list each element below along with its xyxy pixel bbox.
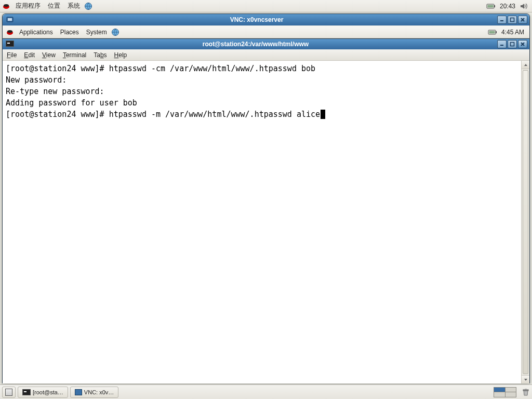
volume-icon[interactable] — [520, 2, 528, 10]
svg-rect-17 — [489, 31, 495, 33]
vnc-window: VNC: x0vncserver Applications Places Sys… — [2, 14, 530, 383]
svg-rect-7 — [8, 18, 12, 21]
terminal-window: root@station24:/var/www/html/www File Ed… — [3, 38, 529, 383]
terminal-app-icon — [6, 41, 14, 48]
terminal-titlebar[interactable]: root@station24:/var/www/html/www — [3, 39, 529, 49]
guest-top-panel: Applications Places System 4:45 AM — [3, 26, 529, 38]
menu-edit-label: dit — [28, 51, 35, 59]
menu-terminal-label: erminal — [66, 51, 86, 59]
vnc-close-button[interactable] — [518, 16, 527, 24]
terminal-scrollbar[interactable] — [521, 61, 529, 383]
taskbar-vnc-icon — [75, 389, 82, 395]
host-top-panel: 应用程序 位置 系统 20:43 — [0, 0, 532, 12]
workspace-1[interactable] — [494, 388, 505, 392]
svg-rect-5 — [487, 5, 493, 7]
host-bottom-panel: [root@sta… VNC: x0v… — [0, 384, 532, 399]
show-desktop-button[interactable] — [2, 387, 16, 398]
menu-tabs[interactable]: Tabs — [94, 51, 107, 59]
terminal-minimize-button[interactable] — [497, 40, 507, 48]
scroll-thumb[interactable] — [523, 70, 528, 374]
menu-view-label: iew — [46, 51, 56, 59]
menu-edit[interactable]: Edit — [24, 51, 35, 59]
redhat-icon[interactable] — [2, 2, 10, 10]
host-menu-applications[interactable]: 应用程序 — [12, 1, 44, 11]
menu-tabs-label: s — [104, 51, 107, 59]
workspace-2[interactable] — [506, 388, 516, 392]
vnc-minimize-button[interactable] — [497, 16, 507, 24]
menu-terminal[interactable]: Terminal — [63, 51, 86, 59]
menu-file-label: ile — [10, 51, 17, 59]
terminal-title-text: root@station24:/var/www/html/www — [14, 41, 497, 48]
workspace-4[interactable] — [506, 392, 516, 397]
svg-rect-4 — [494, 5, 495, 7]
guest-menu-applications[interactable]: Applications — [16, 28, 56, 37]
vnc-app-icon — [6, 16, 14, 24]
svg-rect-23 — [525, 389, 527, 390]
host-menu-system[interactable]: 系统 — [64, 1, 83, 11]
taskbar-entry-vnc-label: VNC: x0v… — [84, 389, 114, 395]
svg-point-13 — [7, 30, 12, 33]
menu-file[interactable]: File — [7, 51, 17, 59]
scroll-down-button[interactable] — [522, 375, 529, 383]
menu-help[interactable]: Help — [114, 51, 127, 59]
terminal-menubar: File Edit View Terminal Tabs Help — [3, 49, 529, 61]
svg-point-1 — [4, 4, 9, 7]
guest-redhat-icon[interactable] — [6, 28, 14, 36]
guest-menu-places[interactable]: Places — [57, 28, 82, 37]
guest-browser-launcher-icon[interactable] — [111, 28, 119, 36]
guest-battery-icon[interactable] — [488, 29, 497, 35]
svg-rect-22 — [523, 390, 528, 391]
battery-icon[interactable] — [486, 3, 496, 9]
vnc-title-text: VNC: x0vncserver — [16, 16, 497, 23]
svg-rect-19 — [511, 43, 514, 46]
workspace-3[interactable] — [494, 392, 505, 397]
vnc-maximize-button[interactable] — [508, 16, 517, 24]
terminal-output[interactable]: [root@station24 www]# htpasswd -cm /var/… — [3, 61, 521, 383]
terminal-close-button[interactable] — [518, 40, 527, 48]
guest-menu-system[interactable]: System — [83, 28, 110, 37]
show-desktop-icon — [5, 389, 12, 396]
browser-launcher-icon[interactable] — [84, 2, 92, 10]
menu-view[interactable]: View — [42, 51, 56, 59]
host-menu-places[interactable]: 位置 — [45, 1, 63, 11]
taskbar-entry-terminal-label: [root@sta… — [33, 389, 63, 395]
trash-icon[interactable] — [522, 388, 530, 396]
taskbar-terminal-icon — [22, 389, 31, 395]
host-clock[interactable]: 20:43 — [499, 3, 516, 10]
terminal-maximize-button[interactable] — [508, 40, 517, 48]
guest-clock[interactable]: 4:45 AM — [500, 29, 525, 36]
terminal-cursor — [321, 110, 325, 119]
workspace-switcher[interactable] — [494, 387, 516, 397]
terminal-body: [root@station24 www]# htpasswd -cm /var/… — [3, 61, 529, 383]
taskbar-entry-vnc[interactable]: VNC: x0v… — [70, 387, 118, 398]
svg-rect-9 — [511, 18, 514, 22]
taskbar-entry-terminal[interactable]: [root@sta… — [18, 387, 68, 398]
scroll-up-button[interactable] — [522, 61, 529, 69]
svg-rect-16 — [496, 31, 497, 33]
menu-help-label: elp — [118, 51, 127, 59]
vnc-titlebar[interactable]: VNC: x0vncserver — [3, 14, 529, 25]
